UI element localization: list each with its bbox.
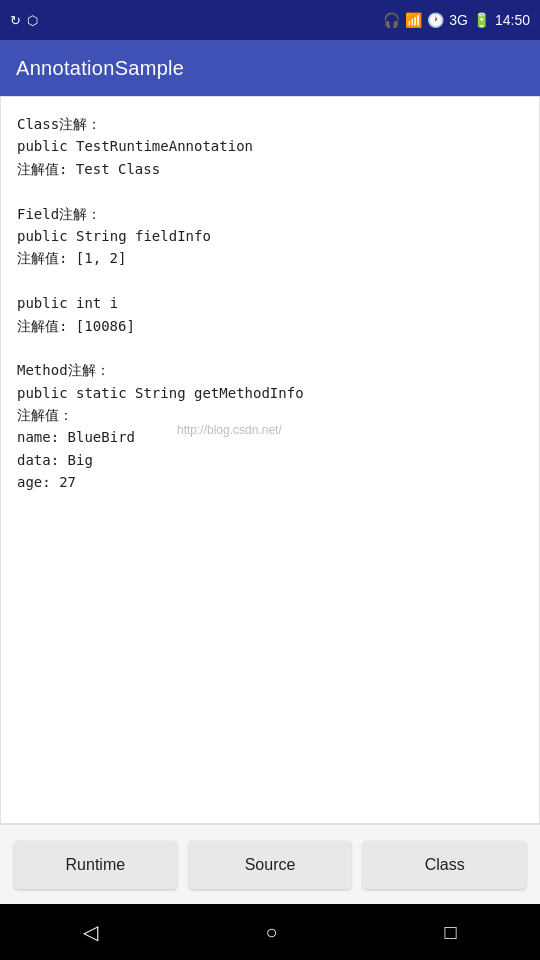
watermark-text: http://blog.csdn.net/ bbox=[177, 423, 282, 437]
back-button[interactable]: ◁ bbox=[83, 920, 98, 944]
clock-icon: 🕐 bbox=[427, 12, 444, 28]
status-bar: ↻ ⬡ 🎧 📶 🕐 3G 🔋 14:50 bbox=[0, 0, 540, 40]
app-title: AnnotationSample bbox=[16, 57, 184, 80]
signal-icon: 3G bbox=[449, 12, 468, 28]
content-wrapper: Class注解： public TestRuntimeAnnotation 注解… bbox=[17, 113, 523, 494]
class-button[interactable]: Class bbox=[363, 841, 526, 889]
bottom-nav: Runtime Source Class bbox=[0, 824, 540, 904]
headphone-icon: 🎧 bbox=[383, 12, 400, 28]
status-left-icons: ↻ ⬡ bbox=[10, 13, 38, 28]
class-label: Class bbox=[425, 856, 465, 874]
source-button[interactable]: Source bbox=[189, 841, 352, 889]
time-display: 14:50 bbox=[495, 12, 530, 28]
content-area: Class注解： public TestRuntimeAnnotation 注解… bbox=[0, 96, 540, 824]
hex-icon: ⬡ bbox=[27, 13, 38, 28]
runtime-button[interactable]: Runtime bbox=[14, 841, 177, 889]
battery-icon: 🔋 bbox=[473, 12, 490, 28]
recent-apps-button[interactable]: □ bbox=[444, 921, 456, 944]
sim-icon: 📶 bbox=[405, 12, 422, 28]
refresh-icon: ↻ bbox=[10, 13, 21, 28]
source-label: Source bbox=[245, 856, 296, 874]
home-button[interactable]: ○ bbox=[265, 921, 277, 944]
runtime-label: Runtime bbox=[66, 856, 126, 874]
status-right-icons: 🎧 📶 🕐 3G 🔋 14:50 bbox=[383, 12, 530, 28]
app-bar: AnnotationSample bbox=[0, 40, 540, 96]
system-nav-bar: ◁ ○ □ bbox=[0, 904, 540, 960]
